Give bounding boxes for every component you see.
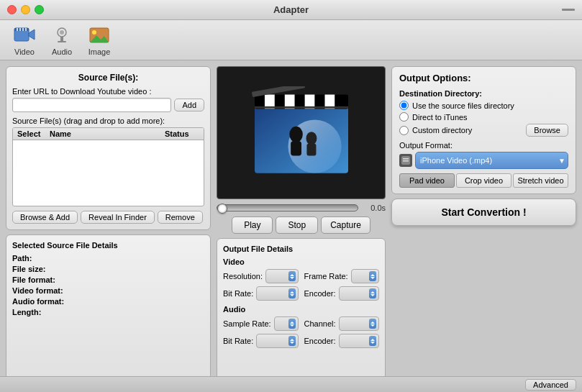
custom-dir-radio[interactable] bbox=[399, 126, 409, 135]
url-input[interactable] bbox=[12, 98, 171, 112]
audio-bitrate-label: Bit Rate: bbox=[223, 337, 253, 345]
close-button[interactable] bbox=[7, 5, 17, 14]
resolution-label: Resolution: bbox=[223, 272, 263, 281]
file-list[interactable]: Select Name Status bbox=[12, 127, 204, 206]
col-name-header: Name bbox=[45, 129, 160, 138]
custom-dir-row: Custom directory Browse bbox=[399, 124, 568, 137]
window-controls bbox=[7, 5, 44, 14]
browse-dir-button[interactable]: Browse bbox=[526, 124, 568, 137]
maximize-button[interactable] bbox=[35, 5, 44, 14]
output-options-section: Output Options: Destination Directory: U… bbox=[391, 66, 576, 194]
format-select-row: iPhone Video (.mp4) ▼ bbox=[399, 152, 568, 169]
sample-rate-select-wrapper[interactable] bbox=[274, 316, 299, 331]
resolution-select-wrapper[interactable] bbox=[265, 269, 298, 283]
svg-rect-31 bbox=[255, 106, 348, 108]
svg-point-18 bbox=[306, 132, 317, 145]
audio-encoder-select[interactable] bbox=[339, 334, 379, 348]
time-label: 0.0s bbox=[363, 204, 386, 212]
fileformat-label: File format: bbox=[12, 275, 55, 284]
channel-select[interactable] bbox=[339, 316, 379, 331]
format-select-wrapper[interactable]: iPhone Video (.mp4) ▼ bbox=[415, 152, 568, 169]
left-panel: Source File(s): Enter URL to Download Yo… bbox=[6, 66, 211, 386]
playback-buttons: Play Stop Capture bbox=[217, 216, 386, 234]
source-dir-radio-row: Use the source files directory bbox=[399, 101, 568, 110]
video-encoder-select-wrapper[interactable] bbox=[339, 286, 379, 301]
right-panel: Output Options: Destination Directory: U… bbox=[391, 66, 576, 386]
progress-thumb[interactable] bbox=[217, 204, 227, 214]
stretch-video-button[interactable]: Stretch video bbox=[513, 173, 568, 188]
toolbar-video-label: Video bbox=[14, 47, 35, 56]
advanced-button[interactable]: Advanced bbox=[525, 379, 576, 391]
remove-button[interactable]: Remove bbox=[158, 211, 203, 224]
toolbar-video[interactable]: Video bbox=[7, 21, 42, 59]
svg-rect-19 bbox=[306, 143, 316, 155]
source-dir-radio[interactable] bbox=[399, 101, 409, 110]
framerate-select-wrapper[interactable] bbox=[351, 269, 379, 283]
capture-button[interactable]: Capture bbox=[321, 216, 370, 234]
format-label: Output Format: bbox=[399, 141, 568, 150]
itunes-radio-row: Direct to iTunes bbox=[399, 112, 568, 122]
svg-marker-1 bbox=[29, 29, 35, 40]
filesize-row: File size: bbox=[12, 265, 204, 273]
resolution-row: Resolution: bbox=[223, 269, 299, 283]
reveal-in-finder-button[interactable]: Reveal In Finder bbox=[81, 211, 155, 224]
source-dir-label: Use the source files directory bbox=[412, 101, 514, 110]
toolbar-image-label: Image bbox=[88, 47, 111, 56]
video-group-title: Video bbox=[223, 257, 379, 266]
svg-point-12 bbox=[92, 30, 96, 35]
audio-bitrate-select-wrapper[interactable] bbox=[256, 334, 298, 348]
browse-add-button[interactable]: Browse & Add bbox=[12, 211, 78, 224]
crop-video-button[interactable]: Crop video bbox=[456, 173, 511, 188]
progress-track[interactable] bbox=[217, 204, 358, 211]
minimize-button[interactable] bbox=[21, 5, 30, 14]
audio-encoder-select-wrapper[interactable] bbox=[339, 334, 379, 348]
path-label: Path: bbox=[12, 254, 32, 263]
audio-icon bbox=[50, 24, 73, 47]
length-label: Length: bbox=[12, 308, 41, 316]
window-title: Adapter bbox=[273, 4, 309, 15]
sample-rate-select[interactable] bbox=[274, 316, 299, 331]
itunes-radio[interactable] bbox=[399, 112, 409, 122]
resolution-select[interactable] bbox=[265, 269, 298, 283]
sample-rate-label: Sample Rate: bbox=[223, 319, 271, 328]
audioformat-label: Audio format: bbox=[12, 297, 64, 306]
audio-encoder-label: Encoder: bbox=[304, 337, 336, 345]
channel-row: Channel: bbox=[304, 316, 380, 331]
video-encoder-row: Encoder: bbox=[304, 286, 380, 301]
length-row: Length: bbox=[12, 308, 204, 316]
svg-rect-34 bbox=[403, 158, 409, 160]
start-conversion-button[interactable]: Start Convertion ! bbox=[391, 199, 576, 226]
url-row: Add bbox=[12, 98, 204, 112]
play-button[interactable]: Play bbox=[232, 216, 273, 234]
svg-point-10 bbox=[60, 30, 64, 35]
custom-dir-label: Custom directory bbox=[412, 126, 522, 135]
audio-bitrate-select[interactable] bbox=[256, 334, 298, 348]
video-bitrate-row: Bit Rate: bbox=[223, 286, 299, 301]
video-bitrate-select-wrapper[interactable] bbox=[256, 286, 298, 301]
svg-rect-17 bbox=[291, 141, 301, 155]
svg-point-16 bbox=[289, 126, 303, 142]
pad-video-button[interactable]: Pad video bbox=[399, 173, 455, 188]
video-bitrate-label: Bit Rate: bbox=[223, 289, 253, 298]
framerate-select[interactable] bbox=[351, 269, 379, 283]
toolbar-image[interactable]: Image bbox=[82, 21, 117, 59]
svg-rect-2 bbox=[14, 28, 29, 31]
pad-crop-row: Pad video Crop video Stretch video bbox=[399, 173, 568, 188]
titlebar: Adapter bbox=[0, 0, 582, 20]
drag-label: Source File(s) (drag and drop to add mor… bbox=[12, 117, 204, 125]
video-encoder-select[interactable] bbox=[339, 286, 379, 301]
output-details-section: Output File Details Video Resolution: Fr… bbox=[217, 238, 386, 386]
toolbar-audio[interactable]: Audio bbox=[45, 21, 79, 59]
titlebar-dash-icon bbox=[562, 9, 575, 11]
audioformat-row: Audio format: bbox=[12, 297, 204, 306]
stop-button[interactable]: Stop bbox=[276, 216, 318, 234]
video-bitrate-select[interactable] bbox=[256, 286, 298, 301]
itunes-label: Direct to iTunes bbox=[412, 113, 468, 122]
video-preview bbox=[217, 66, 386, 199]
toolbar: Video Audio Image bbox=[0, 20, 582, 60]
format-select[interactable]: iPhone Video (.mp4) bbox=[415, 152, 568, 169]
channel-label: Channel: bbox=[304, 319, 336, 328]
filesize-label: File size: bbox=[12, 265, 45, 273]
channel-select-wrapper[interactable] bbox=[339, 316, 379, 331]
add-button[interactable]: Add bbox=[174, 99, 204, 111]
